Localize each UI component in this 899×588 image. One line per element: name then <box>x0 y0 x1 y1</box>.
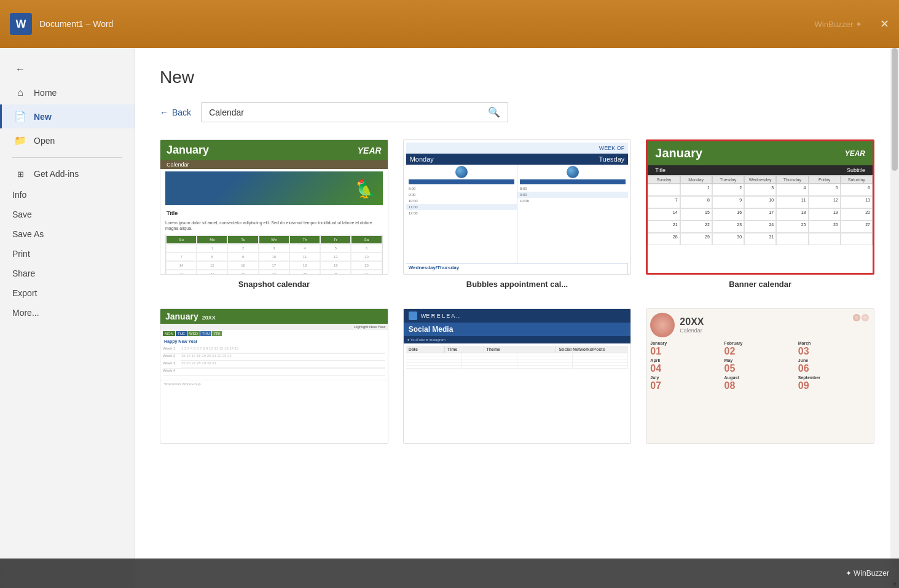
word-app-icon: W <box>10 13 32 35</box>
sidebar-item-print[interactable]: Print <box>0 244 135 264</box>
template-item-weekly[interactable]: January 20XX Highlight New Year MON TUE … <box>160 308 388 449</box>
sidebar-item-back[interactable]: ← <box>0 58 135 81</box>
doc-title: Document1 – Word <box>39 19 113 29</box>
title-bar-decorations: WinBuzzer ✦ <box>815 20 862 29</box>
back-link[interactable]: ← Back <box>160 108 191 117</box>
print-label: Print <box>12 249 30 259</box>
app-body: ← ⌂ Home 📄 New 📁 Open ⊞ Get Add-ins Info… <box>0 48 899 588</box>
template-item-bubbles[interactable]: WEEK OF Monday Tuesday 8:00 9:00 10: <box>403 139 632 289</box>
save-as-label: Save As <box>12 229 44 239</box>
back-icon: ← <box>14 64 26 75</box>
template-label-snapshot: Snapshot calendar <box>238 280 310 289</box>
sidebar-item-share[interactable]: Share <box>0 264 135 283</box>
sidebar-item-save-as[interactable]: Save As <box>0 224 135 244</box>
cal-snap-header: January YEAR <box>160 140 388 160</box>
template-preview-snapshot: January YEAR Calendar Title Lorem ipsum … <box>160 139 388 275</box>
winbuzzer-logo: WinBuzzer ✦ <box>815 20 862 29</box>
template-preview-weekly: January 20XX Highlight New Year MON TUE … <box>160 308 388 444</box>
back-link-label: Back <box>172 108 191 117</box>
template-label-banner: Banner calendar <box>729 280 791 289</box>
home-icon: ⌂ <box>14 87 26 98</box>
sidebar: ← ⌂ Home 📄 New 📁 Open ⊞ Get Add-ins Info… <box>0 48 135 588</box>
sidebar-item-info[interactable]: Info <box>0 185 135 205</box>
search-bar: ← Back 🔍 <box>160 102 874 122</box>
search-input[interactable] <box>209 108 488 117</box>
template-preview-social: WE R E L E A ... Social Media ● YouTube … <box>403 308 632 444</box>
main-content: New ← Back 🔍 January YEAR Calen <box>135 48 899 588</box>
nav-divider <box>12 157 122 158</box>
export-label: Export <box>12 288 37 298</box>
scrollbar[interactable]: ▲ ▼ <box>890 48 899 588</box>
info-label: Info <box>12 190 26 200</box>
sidebar-item-export[interactable]: Export <box>0 283 135 303</box>
more-label: More... <box>12 308 39 318</box>
search-icon[interactable]: 🔍 <box>488 106 500 118</box>
template-preview-bubbles: WEEK OF Monday Tuesday 8:00 9:00 10: <box>403 139 632 275</box>
sidebar-item-save[interactable]: Save <box>0 205 135 224</box>
share-label: Share <box>12 269 35 278</box>
template-item-banner[interactable]: January YEAR Title Subtitle Sunday Monda… <box>646 139 874 289</box>
cal-snap-image <box>165 171 383 205</box>
template-item-snapshot[interactable]: January YEAR Calendar Title Lorem ipsum … <box>160 139 388 289</box>
title-bar: W Document1 – Word WinBuzzer ✦ ✕ <box>0 0 899 48</box>
add-ins-icon: ⊞ <box>14 170 26 179</box>
sidebar-item-open[interactable]: 📁 Open <box>0 128 135 152</box>
template-label-bubbles: Bubbles appointment cal... <box>466 280 568 289</box>
taskbar: ✦ WinBuzzer <box>0 559 899 588</box>
sidebar-item-home[interactable]: ⌂ Home <box>0 81 135 104</box>
scrollbar-thumb[interactable] <box>892 48 898 171</box>
back-arrow-icon: ← <box>160 108 168 117</box>
template-grid: January YEAR Calendar Title Lorem ipsum … <box>160 139 874 449</box>
template-item-social[interactable]: WE R E L E A ... Social Media ● YouTube … <box>403 308 632 449</box>
sidebar-item-new-label: New <box>34 112 52 122</box>
close-button[interactable]: ✕ <box>880 17 889 31</box>
sidebar-item-home-label: Home <box>34 88 57 98</box>
save-label: Save <box>12 210 32 219</box>
template-preview-banner: January YEAR Title Subtitle Sunday Monda… <box>646 139 874 275</box>
open-icon: 📁 <box>14 135 26 146</box>
page-title: New <box>160 68 874 87</box>
sidebar-item-open-label: Open <box>34 136 55 146</box>
title-bar-left: W Document1 – Word <box>10 13 113 35</box>
sidebar-item-new[interactable]: 📄 New <box>0 104 135 128</box>
template-item-modern[interactable]: 20XX Calendar January 01 <box>646 308 874 449</box>
winbuzzer-taskbar-label: ✦ WinBuzzer <box>846 569 889 578</box>
sidebar-item-add-ins-label: Get Add-ins <box>34 169 79 179</box>
search-input-wrapper: 🔍 <box>201 102 508 122</box>
template-preview-modern: 20XX Calendar January 01 <box>646 308 874 444</box>
new-icon: 📄 <box>14 111 26 122</box>
sidebar-item-get-add-ins[interactable]: ⊞ Get Add-ins <box>0 163 135 185</box>
sidebar-item-more[interactable]: More... <box>0 303 135 323</box>
